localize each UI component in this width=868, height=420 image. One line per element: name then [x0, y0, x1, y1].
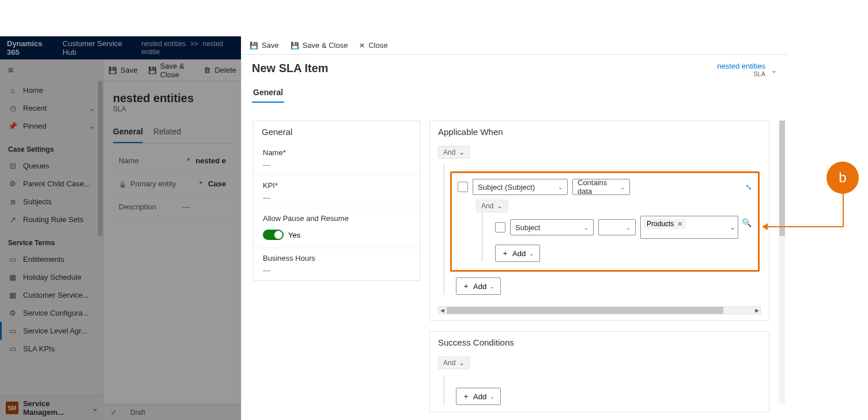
- queue-icon: ⊟: [8, 162, 17, 170]
- panel-breadcrumb[interactable]: nested entities SLA: [717, 62, 777, 77]
- nested-field-select[interactable]: Subject: [510, 219, 594, 235]
- required-marker: *: [283, 148, 286, 157]
- horizontal-scrollbar[interactable]: ◀ ▶: [438, 306, 761, 314]
- value-tag: Products✕: [643, 219, 686, 229]
- applicable-when-card: Applicable When And Subject (Subject) Co…: [429, 121, 769, 321]
- save-close-button[interactable]: Save & Close: [290, 41, 348, 50]
- general-card-heading: General: [254, 121, 420, 142]
- success-add-button[interactable]: ＋Add: [456, 388, 501, 405]
- gear-icon: ⚙: [8, 309, 17, 317]
- close-button[interactable]: Close: [359, 41, 387, 50]
- field-kpi[interactable]: KPI* ---: [254, 175, 420, 208]
- vertical-scrollbar[interactable]: [779, 121, 785, 403]
- add-label: Add: [473, 282, 486, 291]
- field-pause-resume[interactable]: Allow Pause and Resume Yes: [254, 208, 420, 248]
- panel-title: New SLA Item: [252, 62, 329, 75]
- sidebar-item-home[interactable]: ⌂Home: [0, 81, 103, 99]
- field-name[interactable]: Name* ---: [254, 142, 420, 175]
- chevron-down-icon: [490, 283, 495, 290]
- required-marker: *: [199, 179, 202, 188]
- operator-select[interactable]: Contains data: [572, 179, 630, 195]
- add-condition-button[interactable]: ＋Add: [456, 278, 501, 295]
- tab-general[interactable]: General: [252, 84, 284, 103]
- queues-label: Queues: [23, 162, 50, 170]
- calendar-icon: ▦: [8, 291, 17, 299]
- annotation-badge: b: [827, 162, 859, 194]
- field-business-hours[interactable]: Business Hours ---: [254, 248, 420, 280]
- bg-main-form: nested entities SLA General Related Name…: [104, 81, 241, 404]
- nested-add-button[interactable]: ＋Add: [495, 245, 540, 262]
- collapse-icon[interactable]: ⤡: [745, 182, 752, 192]
- chevron-down-icon[interactable]: [771, 65, 777, 75]
- row-checkbox[interactable]: [495, 222, 505, 232]
- delete-icon: 🗑: [203, 66, 211, 74]
- add-label: Add: [512, 249, 526, 258]
- sidebar-item-routing[interactable]: ↗Routing Rule Sets: [0, 211, 103, 228]
- bg-primary-label: Primary entity: [130, 179, 176, 188]
- field-select[interactable]: Subject (Subject): [473, 179, 568, 195]
- panel-crumb-sub: SLA: [717, 70, 765, 77]
- required-marker: *: [275, 181, 278, 190]
- bg-delete-button[interactable]: 🗑Delete: [203, 66, 236, 74]
- bg-name-value[interactable]: nested e: [195, 156, 226, 165]
- footer-expand-icon[interactable]: ⤢: [111, 408, 116, 417]
- success-and-operator[interactable]: And: [438, 357, 470, 369]
- hub-name: Customer Service Hub: [63, 39, 131, 57]
- scroll-thumb[interactable]: [779, 121, 785, 236]
- name-value[interactable]: ---: [263, 160, 270, 169]
- value-lookup[interactable]: Products✕: [640, 216, 738, 239]
- sidebar-area-switcher[interactable]: SM Service Managem...: [0, 395, 104, 420]
- bg-primary-value: Case: [208, 179, 226, 188]
- svcconfig-label: Service Configura...: [23, 309, 89, 317]
- sidebar-item-service-config[interactable]: ⚙Service Configura...: [0, 304, 103, 322]
- bg-desc-label: Description: [119, 202, 156, 211]
- bg-tab-general[interactable]: General: [113, 123, 143, 143]
- custsvc-label: Customer Service...: [23, 291, 89, 299]
- bg-field-description: Description---: [113, 196, 232, 219]
- sidebar-item-parent-child[interactable]: ⚙Parent Child Case...: [0, 175, 103, 193]
- bg-desc-value[interactable]: ---: [182, 202, 190, 211]
- chevron-down-icon[interactable]: [730, 223, 735, 231]
- subjects-label: Subjects: [23, 197, 52, 206]
- sidebar-scrollbar[interactable]: [98, 81, 103, 237]
- pause-label: Allow Pause and Resume: [263, 214, 410, 223]
- row-checkbox[interactable]: [458, 182, 468, 192]
- condition-row-1: Subject (Subject) Contains data ⤡: [458, 179, 752, 195]
- sidebar-section-service-terms: Service Terms: [0, 228, 103, 250]
- nested-and-operator[interactable]: And: [476, 200, 508, 212]
- sidebar-item-pinned[interactable]: 📌Pinned: [0, 117, 103, 135]
- scroll-right-arrow[interactable]: ▶: [753, 307, 760, 314]
- bg-delete-label: Delete: [214, 66, 236, 74]
- tag-remove-icon[interactable]: ✕: [677, 220, 682, 228]
- sidebar-item-customer-service[interactable]: ▦Customer Service...: [0, 286, 103, 304]
- scroll-thumb[interactable]: [447, 307, 723, 314]
- bg-tab-related[interactable]: Related: [153, 123, 181, 143]
- kpi-value[interactable]: ---: [263, 193, 270, 202]
- sidebar-item-queues[interactable]: ⊟Queues: [0, 157, 103, 175]
- calendar-icon: ▦: [8, 273, 17, 282]
- hamburger-icon[interactable]: [0, 59, 103, 81]
- nested-operator-select[interactable]: [598, 219, 636, 235]
- hours-value[interactable]: ---: [263, 266, 270, 275]
- search-icon[interactable]: 🔍: [742, 218, 752, 227]
- bg-save-close-button[interactable]: Save & Close: [148, 62, 194, 79]
- save-button[interactable]: Save: [250, 41, 279, 50]
- scroll-left-arrow[interactable]: ◀: [439, 307, 446, 314]
- parentchild-label: Parent Child Case...: [23, 179, 90, 188]
- entitlements-icon: ▭: [8, 255, 17, 264]
- bg-save-label: Save: [120, 66, 138, 74]
- sidebar-item-holiday[interactable]: ▦Holiday Schedule: [0, 268, 103, 286]
- sidebar-item-subjects[interactable]: ≣Subjects: [0, 193, 103, 211]
- pause-toggle[interactable]: [263, 230, 284, 240]
- sidebar-item-entitlements[interactable]: ▭Entitlements: [0, 250, 103, 268]
- sidebar-item-sla-kpis[interactable]: ▭SLA KPIs: [0, 340, 103, 358]
- bg-save-button[interactable]: Save: [108, 66, 138, 74]
- bg-page-title: nested entities: [113, 92, 232, 105]
- close-label: Close: [368, 41, 387, 50]
- condition-row-2: Subject Products✕ 🔍: [495, 216, 752, 239]
- root-and-operator[interactable]: And: [438, 146, 470, 159]
- breadcrumb: nested entities >> nested entitie: [141, 40, 234, 56]
- sidebar-item-sla[interactable]: ▭Service Level Agr...: [0, 322, 103, 340]
- sidebar-item-recent[interactable]: ◷Recent: [0, 99, 103, 117]
- saveclose-label: Save & Close: [303, 41, 348, 50]
